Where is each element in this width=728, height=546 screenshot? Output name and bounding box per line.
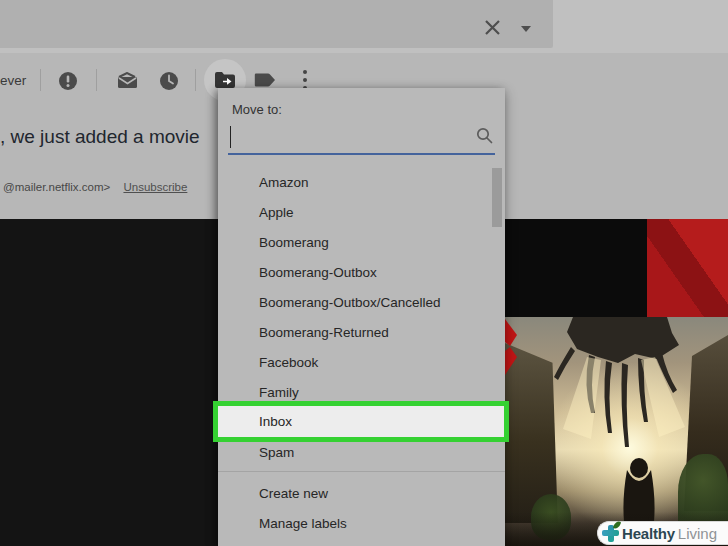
menu-item-boomerang-outbox[interactable]: Boomerang-Outbox [218,258,505,288]
menu-footer: Create new Manage labels [218,479,505,539]
more-options-icon[interactable] [302,70,308,90]
menu-item-create-new[interactable]: Create new [218,479,505,509]
toolbar-divider [195,69,196,91]
menu-item-facebook[interactable]: Facebook [218,348,505,378]
move-to-menu-title: Move to: [232,102,282,117]
label-search-input[interactable] [228,119,495,155]
netflix-banner-red [647,219,728,317]
menu-scrollbar-thumb[interactable] [492,168,502,227]
report-spam-icon[interactable] [58,71,78,95]
movie-poster [505,317,728,546]
menu-divider [218,471,505,472]
unsubscribe-link[interactable]: Unsubscribe [123,181,187,193]
search-icon [476,127,493,148]
watermark-brand-bold: Healthy [622,525,675,542]
close-icon[interactable] [484,19,501,36]
toolbar-divider [96,69,97,91]
menu-item-manage-labels[interactable]: Manage labels [218,509,505,539]
annotation-highlight-box: Inbox [213,401,509,442]
menu-item-spam[interactable]: Spam [218,438,505,468]
email-subject: , we just added a movie [0,126,200,148]
gmail-screenshot: ever [0,0,728,546]
menu-item-amazon[interactable]: Amazon [218,168,505,198]
chevron-down-icon[interactable] [521,26,531,32]
watermark-brand-light: Living [678,525,717,542]
top-bar [0,0,728,53]
menu-item-boomerang-outbox-cancelled[interactable]: Boomerang-Outbox/Cancelled [218,288,505,318]
medical-cross-leaf-icon [602,525,619,542]
snooze-icon[interactable] [159,71,179,95]
search-box[interactable] [0,0,553,48]
toolbar-overflow-text: ever [0,73,26,88]
menu-item-boomerang-returned[interactable]: Boomerang-Returned [218,318,505,348]
healthy-living-watermark: Healthy Living [597,521,728,545]
menu-item-boomerang[interactable]: Boomerang [218,228,505,258]
mark-unread-icon[interactable] [116,72,139,93]
menu-item-inbox[interactable]: Inbox [218,406,504,436]
move-to-menu: Move to: Amazon Apple Boomerang Boomeran… [218,88,505,546]
email-body-dark-panel [0,219,218,546]
netflix-banner-black [505,219,647,317]
sender-address: @mailer.netflix.com> [3,181,110,193]
text-cursor [230,126,231,148]
toolbar-divider [40,69,41,91]
sender-line: @mailer.netflix.com> Unsubscribe [3,181,187,193]
menu-item-apple[interactable]: Apple [218,198,505,228]
